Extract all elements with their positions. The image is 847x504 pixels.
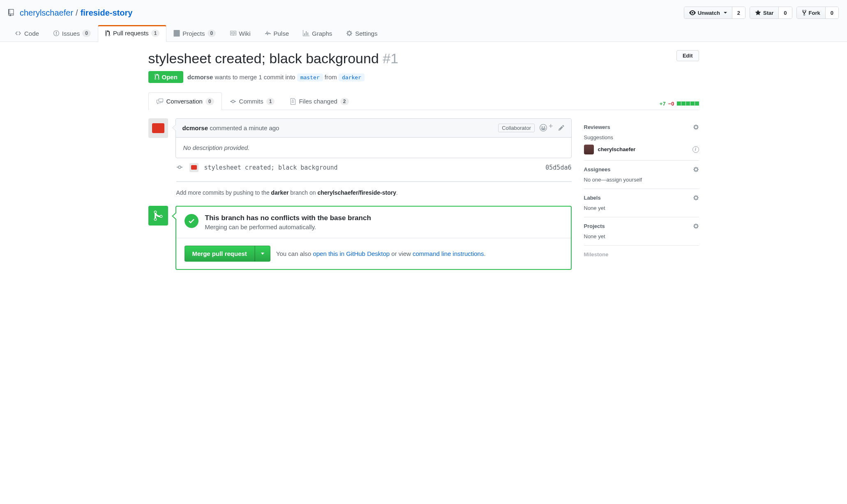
assignees-body[interactable]: No one—assign yourself xyxy=(584,177,699,183)
tab-files-changed[interactable]: Files changed 2 xyxy=(282,92,356,110)
edit-button[interactable]: Edit xyxy=(676,50,699,61)
caret-down-icon xyxy=(724,12,727,14)
tab-conversation[interactable]: Conversation 0 xyxy=(148,92,222,110)
merge-status-subtitle: Merging can be performed automatically. xyxy=(205,223,371,230)
merge-pull-request-button[interactable]: Merge pull request xyxy=(185,246,255,262)
git-merge-icon xyxy=(153,210,163,221)
collaborator-badge: Collaborator xyxy=(498,124,535,132)
commit-icon xyxy=(230,98,236,105)
projects-header[interactable]: Projects xyxy=(584,223,699,229)
commit-sha[interactable]: 05d5da6 xyxy=(545,164,571,171)
repo-icon xyxy=(8,9,16,16)
projects-body: None yet xyxy=(584,233,699,239)
reviewers-header[interactable]: Reviewers xyxy=(584,124,699,130)
merge-hint: You can also open this in GitHub Desktop… xyxy=(276,250,486,257)
check-circle-icon xyxy=(185,214,198,228)
graph-icon xyxy=(303,30,309,37)
commit-avatar[interactable] xyxy=(189,163,198,172)
merge-status-icon xyxy=(148,206,168,226)
edit-comment-icon[interactable] xyxy=(558,124,565,131)
info-icon[interactable]: i xyxy=(692,146,699,153)
commit-row[interactable]: stylesheet created; black background 05d… xyxy=(148,158,572,177)
assignees-header[interactable]: Assignees xyxy=(584,166,699,173)
reviewer-suggestion[interactable]: cherylschaefer i xyxy=(584,145,699,154)
star-count[interactable]: 0 xyxy=(779,7,792,18)
push-hint: Add more commits by pushing to the darke… xyxy=(176,189,572,196)
pr-title: stylesheet created; black background #1 xyxy=(148,50,399,67)
add-reaction-icon[interactable] xyxy=(540,124,547,131)
tab-code[interactable]: Code xyxy=(8,25,46,42)
book-icon xyxy=(230,30,236,37)
avatar[interactable] xyxy=(148,118,168,138)
unwatch-button[interactable]: Unwatch 2 xyxy=(684,7,745,19)
diffstat: +7 −0 xyxy=(660,92,699,110)
gear-icon[interactable] xyxy=(693,166,699,173)
comment-discussion-icon xyxy=(156,98,164,105)
gear-icon[interactable] xyxy=(693,195,699,201)
tab-graphs[interactable]: Graphs xyxy=(296,25,339,42)
tab-issues[interactable]: Issues 0 xyxy=(46,25,98,42)
pulse-icon xyxy=(265,30,271,37)
milestone-header[interactable]: Milestone xyxy=(584,251,699,258)
file-diff-icon xyxy=(290,98,296,105)
comment-meta: dcmorse commented a minute ago xyxy=(182,124,279,131)
gear-icon xyxy=(346,30,353,37)
merge-method-dropdown[interactable] xyxy=(255,246,270,262)
fork-count[interactable]: 0 xyxy=(826,7,838,18)
repo-breadcrumb: cherylschaefer / fireside-story xyxy=(8,8,132,18)
tab-wiki[interactable]: Wiki xyxy=(223,25,257,42)
pr-icon xyxy=(154,74,160,80)
caret-down-icon xyxy=(261,253,264,255)
tab-commits[interactable]: Commits 1 xyxy=(222,92,283,110)
tab-settings[interactable]: Settings xyxy=(339,25,384,42)
cli-instructions-link[interactable]: command line instructions xyxy=(413,250,484,257)
comment-body: No description provided. xyxy=(176,138,571,158)
commit-message[interactable]: stylesheet created; black background xyxy=(204,164,540,171)
star-icon xyxy=(755,9,761,16)
labels-body: None yet xyxy=(584,205,699,211)
repo-name-link[interactable]: fireside-story xyxy=(81,8,133,18)
fork-button[interactable]: Fork 0 xyxy=(796,7,839,19)
eye-icon xyxy=(689,9,696,16)
avatar xyxy=(584,145,594,154)
tab-pulse[interactable]: Pulse xyxy=(258,25,296,42)
watch-count[interactable]: 2 xyxy=(732,7,745,18)
tab-projects[interactable]: Projects 0 xyxy=(166,25,223,42)
head-branch-pill[interactable]: darker xyxy=(339,74,365,81)
base-branch-pill[interactable]: master xyxy=(297,74,323,81)
pr-merge-description: dcmorse wants to merge 1 commit into mas… xyxy=(187,74,365,81)
repo-owner-link[interactable]: cherylschaefer xyxy=(20,8,73,18)
labels-header[interactable]: Labels xyxy=(584,195,699,201)
project-icon xyxy=(173,30,180,37)
open-desktop-link[interactable]: open this in GitHub Desktop xyxy=(313,250,390,257)
code-icon xyxy=(15,30,22,37)
fork-icon xyxy=(802,9,807,16)
star-button[interactable]: Star 0 xyxy=(750,7,792,19)
commit-icon xyxy=(176,164,183,170)
gear-icon[interactable] xyxy=(693,124,699,130)
tab-pull-requests[interactable]: Pull requests 1 xyxy=(98,25,166,42)
pr-state-badge: Open xyxy=(148,71,183,83)
issue-icon xyxy=(53,30,60,37)
pr-icon xyxy=(105,30,111,37)
merge-status-title: This branch has no conflicts with the ba… xyxy=(205,214,371,222)
gear-icon[interactable] xyxy=(693,223,699,229)
